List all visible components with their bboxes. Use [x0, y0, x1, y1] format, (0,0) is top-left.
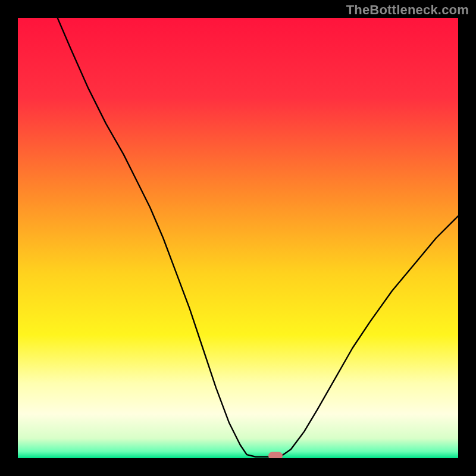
plot-area	[18, 18, 458, 458]
chart-frame: TheBottleneck.com	[0, 0, 476, 476]
bottleneck-curve	[18, 18, 458, 458]
watermark-text: TheBottleneck.com	[346, 2, 469, 18]
optimal-point-marker	[268, 452, 283, 458]
